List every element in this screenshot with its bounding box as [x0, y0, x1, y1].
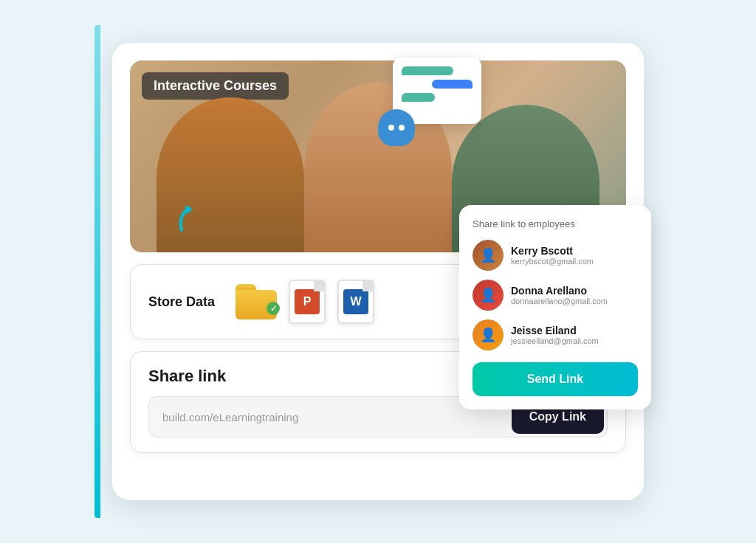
- employee-info-1: Kerry Bscott kerrybscot@gmail.com: [511, 245, 594, 266]
- avatar-donna: 👤: [472, 280, 504, 311]
- word-icon: W: [337, 280, 374, 324]
- folder-check-icon: ✓: [267, 302, 280, 315]
- bot-eyes: [386, 125, 407, 131]
- employee-name-2: Donna Arellano: [511, 285, 608, 297]
- chat-bubble-1: [402, 66, 453, 75]
- svg-marker-0: [185, 205, 193, 214]
- ppt-corner: [314, 281, 324, 291]
- avatar-kerry: 👤: [472, 240, 504, 271]
- chat-bubble-2: [432, 80, 472, 89]
- bot-icon: [378, 109, 415, 146]
- panel-title: Share link to employees: [472, 218, 638, 229]
- employee-item-1: 👤 Kerry Bscott kerrybscot@gmail.com: [472, 240, 638, 271]
- employee-item-3: 👤 Jeisse Eiland jessieeiland@gmail.com: [472, 319, 638, 350]
- word-corner: [362, 281, 373, 291]
- folder-icon: ✓: [236, 284, 277, 319]
- ppt-inner: P: [295, 289, 320, 314]
- bot-eye-left: [388, 125, 394, 131]
- employee-info-3: Jeisse Eiland jessieeiland@gmail.com: [511, 325, 599, 345]
- employee-item-2: 👤 Donna Arellano donnaarellano@gmail.com: [472, 280, 638, 311]
- arrow-icon: [174, 201, 211, 238]
- employee-name-3: Jeisse Eiland: [511, 325, 599, 336]
- word-inner: W: [343, 289, 368, 314]
- employee-email-2: donnaarellano@gmail.com: [511, 297, 608, 305]
- bot-eye-right: [399, 125, 405, 131]
- send-link-button[interactable]: Send Link: [472, 362, 638, 396]
- ppt-icon: P: [289, 280, 326, 324]
- teal-accent: [94, 25, 100, 518]
- right-panel: Share link to employees 👤 Kerry Bscott k…: [459, 205, 651, 409]
- avatar-jeisse: 👤: [472, 319, 504, 350]
- employee-name-1: Kerry Bscott: [511, 245, 594, 257]
- employee-email-3: jessieeiland@gmail.com: [511, 336, 599, 345]
- file-icons: ✓ P W: [236, 280, 374, 324]
- share-link-input[interactable]: [149, 401, 509, 434]
- employee-email-1: kerrybscot@gmail.com: [511, 257, 594, 266]
- main-card: Interactive Courses Store Data ✓: [112, 43, 644, 500]
- employee-list: 👤 Kerry Bscott kerrybscot@gmail.com 👤 Do…: [472, 240, 638, 350]
- store-data-label: Store Data: [148, 294, 215, 310]
- chat-bubble-3: [402, 93, 435, 102]
- bot-widget: [385, 58, 481, 146]
- employee-info-2: Donna Arellano donnaarellano@gmail.com: [511, 285, 608, 305]
